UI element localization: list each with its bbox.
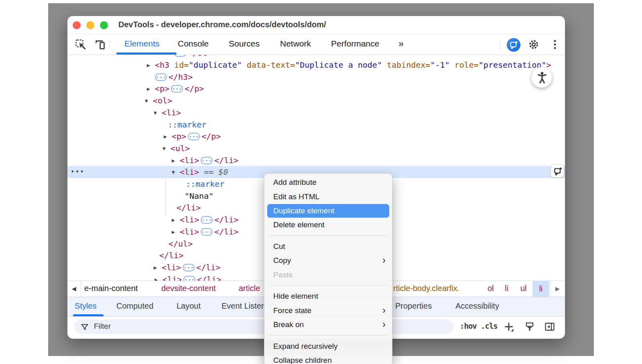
tab-elements[interactable]: Elements — [124, 39, 160, 49]
kebab-menu-icon[interactable] — [549, 38, 561, 51]
maximize-window-button[interactable] — [100, 21, 108, 29]
dom-node-tag: </ul> — [169, 239, 193, 249]
dom-tree-row[interactable]: ▶<p>···</p> — [67, 130, 565, 142]
more-tabs-icon[interactable]: » — [398, 38, 403, 49]
filter-placeholder: Filter — [94, 322, 111, 331]
filter-input[interactable]: Filter — [74, 320, 453, 334]
collapse-arrow-icon[interactable]: ▼ — [172, 166, 180, 178]
collapsed-content-icon[interactable]: ··· — [174, 55, 186, 57]
panel-tab-layout[interactable]: Layout — [177, 301, 201, 311]
panel-tab-computed[interactable]: Computed — [116, 301, 153, 311]
dom-tree-row[interactable]: ::marker — [67, 119, 565, 131]
collapsed-content-icon[interactable]: ··· — [188, 133, 200, 140]
expand-arrow-icon[interactable]: ▶ — [164, 131, 172, 143]
expand-arrow-icon[interactable]: ▶ — [147, 83, 155, 95]
expand-arrow-icon[interactable]: ▶ — [154, 274, 163, 281]
expand-arrow-icon[interactable]: ▶ — [172, 226, 180, 238]
rendering-brush-icon[interactable] — [524, 321, 535, 332]
breadcrumb-item[interactable]: rticle-body.clearfix. — [393, 284, 459, 293]
menu-item-force-state[interactable]: Force state› — [264, 303, 392, 318]
breadcrumb-item[interactable]: ul — [520, 284, 527, 293]
dom-tree-row[interactable]: ▶<h3 id="duplicate" data-text="Duplicate… — [67, 59, 565, 71]
inspect-element-icon[interactable] — [75, 38, 87, 51]
dom-node-tag: </h3> — [169, 72, 193, 82]
dom-node-tag: <ol> — [153, 96, 172, 105]
breadcrumb-scroll-right-icon[interactable]: ▶ — [551, 281, 564, 297]
menu-item-expand-recursively[interactable]: Expand recursively — [264, 339, 392, 354]
collapse-arrow-icon[interactable]: ▼ — [154, 107, 162, 119]
dom-tree-row[interactable]: ▼<ol> — [67, 95, 565, 107]
dom-node-tag: <p> — [155, 84, 169, 93]
breadcrumb-item[interactable]: devsite-content — [161, 284, 216, 293]
collapse-arrow-icon[interactable]: ▼ — [163, 143, 171, 155]
breadcrumb-item[interactable]: li — [505, 284, 508, 293]
close-window-button[interactable] — [73, 21, 81, 29]
tab-network[interactable]: Network — [280, 39, 311, 49]
new-style-rule-icon[interactable] — [503, 321, 514, 332]
dom-node-attr: role= — [450, 60, 479, 70]
context-menu: Add attributeEdit as HTMLDuplicate eleme… — [264, 173, 392, 364]
toggle-class-button[interactable]: .cls — [481, 322, 498, 330]
menu-item-delete-element[interactable]: Delete element — [264, 218, 392, 232]
dom-node-val: "-1" — [430, 60, 449, 70]
dom-node-val: "Duplicate a node" — [295, 60, 382, 70]
panel-tab-accessibility[interactable]: Accessibility — [455, 301, 499, 311]
dom-tree-row[interactable]: ▼<li> — [67, 107, 565, 119]
ai-assistant-icon[interactable] — [507, 38, 520, 52]
tab-performance[interactable]: Performance — [331, 39, 379, 49]
expand-arrow-icon[interactable]: ▶ — [154, 262, 162, 274]
toggle-device-toolbar-icon[interactable] — [94, 38, 106, 51]
settings-gear-icon[interactable] — [528, 38, 540, 51]
tab-console[interactable]: Console — [178, 39, 209, 49]
collapsed-content-icon[interactable]: ··· — [155, 73, 167, 81]
menu-item-edit-as-html[interactable]: Edit as HTML — [264, 190, 392, 204]
menu-item-add-attribute[interactable]: Add attribute — [264, 175, 392, 190]
expand-arrow-icon[interactable]: ▶ — [172, 214, 180, 226]
active-panel-tab-underline — [73, 314, 104, 316]
dom-node-tag: </li> — [197, 275, 221, 281]
expand-arrow-icon[interactable]: ▶ — [147, 59, 155, 71]
dom-node-pseudo: ::marker — [186, 179, 224, 189]
accessibility-widget-button[interactable] — [531, 67, 552, 88]
panel-tab-properties[interactable]: Properties — [395, 301, 432, 311]
expand-arrow-icon[interactable]: ▶ — [172, 155, 180, 167]
collapsed-content-icon[interactable]: ··· — [201, 228, 213, 236]
menu-separator — [264, 332, 392, 339]
menu-item-break-on[interactable]: Break on› — [264, 317, 392, 332]
toggle-pseudo-state-button[interactable]: :hov — [460, 322, 477, 330]
collapsed-content-icon[interactable]: ··· — [183, 276, 195, 281]
row-activity-dots-icon: ••• — [71, 166, 85, 178]
submenu-chevron-icon: › — [382, 317, 386, 332]
toolbar-divider — [110, 40, 110, 49]
dom-node-var: $0 — [218, 167, 228, 177]
menu-separator — [264, 232, 392, 239]
menu-item-copy[interactable]: Copy› — [264, 253, 392, 268]
breadcrumb-item[interactable]: e-main-content — [84, 284, 138, 293]
breadcrumb-item-selected[interactable]: li — [532, 281, 549, 297]
toggle-sidebar-icon[interactable] — [544, 321, 555, 332]
menu-item-cut[interactable]: Cut — [264, 239, 392, 254]
collapsed-content-icon[interactable]: ··· — [171, 85, 183, 93]
menu-item-hide-element[interactable]: Hide element — [264, 289, 392, 303]
toolbar-divider-right — [500, 40, 501, 49]
collapsed-content-icon[interactable]: ··· — [201, 157, 213, 164]
collapse-arrow-icon[interactable]: ▼ — [145, 95, 153, 107]
dom-node-tag: <li> — [162, 108, 181, 117]
breadcrumb-item[interactable]: ol — [488, 284, 494, 293]
dom-tree-row[interactable]: ▼<ul> — [67, 142, 565, 154]
dom-tree-row[interactable]: ▶<li>···</li> — [67, 154, 565, 166]
minimize-window-button[interactable] — [86, 21, 94, 29]
dom-tree-row[interactable]: ▶<p>···</p> — [67, 83, 565, 95]
collapsed-content-icon[interactable]: ··· — [201, 216, 213, 224]
menu-item-duplicate-element[interactable]: Duplicate element — [267, 204, 389, 218]
collapsed-content-icon[interactable]: ··· — [183, 264, 195, 271]
breadcrumb-item[interactable]: article — [239, 284, 260, 293]
panel-tab-styles[interactable]: Styles — [75, 301, 96, 311]
tab-sources[interactable]: Sources — [229, 39, 260, 49]
menu-item-collapse-children[interactable]: Collapse children — [264, 353, 392, 364]
dom-tree-row[interactable]: ···</ol> — [67, 55, 565, 59]
ask-ai-row-button[interactable] — [551, 164, 564, 178]
dom-node-tag: </li> — [214, 156, 238, 165]
dom-tree-row[interactable]: ···</h3> — [67, 71, 565, 83]
breadcrumb-scroll-left-icon[interactable]: ◀ — [67, 281, 81, 297]
